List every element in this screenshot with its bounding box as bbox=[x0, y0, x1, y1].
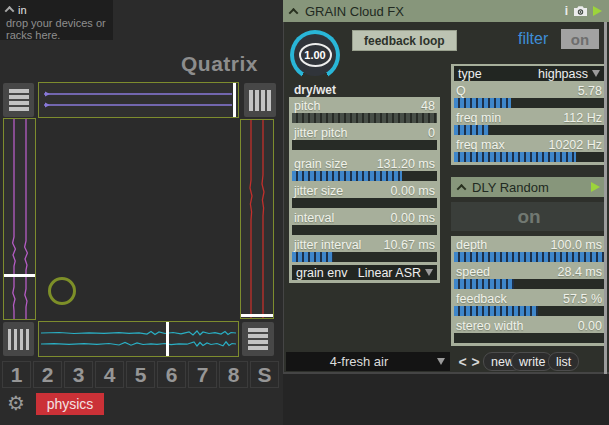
param-label: jitter size bbox=[294, 184, 343, 198]
menu-vertical-icon[interactable] bbox=[244, 83, 276, 117]
camera-icon[interactable] bbox=[573, 5, 588, 17]
param-label: jitter interval bbox=[294, 238, 361, 252]
scene-button-4[interactable]: 4 bbox=[95, 361, 124, 388]
stereo-width-slider[interactable] bbox=[454, 333, 604, 343]
bottom-waveform bbox=[39, 322, 238, 356]
left-waveform-strip[interactable] bbox=[3, 118, 36, 320]
scene-button-7[interactable]: 7 bbox=[188, 361, 217, 388]
hamburger-icon bbox=[248, 328, 268, 350]
param-label: Q bbox=[456, 84, 466, 98]
preset-prev-button[interactable]: < bbox=[456, 352, 469, 371]
input-label: in bbox=[18, 4, 27, 16]
q-slider[interactable] bbox=[454, 98, 604, 108]
param-value: 112 Hz bbox=[563, 111, 602, 125]
menu-vertical-icon[interactable] bbox=[3, 322, 34, 356]
scene-button-6[interactable]: 6 bbox=[157, 361, 186, 388]
dly-title: DLY Random bbox=[472, 180, 584, 195]
panel-title: GRAIN Cloud FX bbox=[305, 4, 557, 19]
panel-scrollbar[interactable] bbox=[604, 0, 607, 374]
filter-section-label: filter bbox=[518, 30, 548, 48]
physics-button[interactable]: physics bbox=[36, 393, 104, 415]
param-depth: depth 100.0 ms bbox=[453, 238, 605, 262]
param-speed: speed 28.4 ms bbox=[453, 265, 605, 289]
preset-next-button[interactable]: > bbox=[469, 352, 482, 371]
preset-dropdown[interactable]: 4-fresh air bbox=[286, 352, 450, 371]
grain-params-block: pitch 48 jitter pitch 0 grain size 131.2… bbox=[289, 97, 440, 283]
slider-fill bbox=[454, 252, 604, 262]
jitter-size-slider[interactable] bbox=[292, 198, 437, 208]
playhead bbox=[233, 83, 236, 117]
preset-name: 4-fresh air bbox=[286, 354, 432, 369]
scene-button-stop[interactable]: S bbox=[250, 361, 279, 388]
param-value: 131.20 ms bbox=[377, 157, 435, 171]
param-label: stereo width bbox=[456, 319, 523, 333]
feedback-slider[interactable] bbox=[454, 306, 604, 316]
slider-fill bbox=[454, 98, 511, 108]
param-value: 10202 Hz bbox=[548, 138, 602, 152]
filter-type-dropdown[interactable]: type highpass bbox=[454, 66, 604, 81]
chevron-up-icon[interactable] bbox=[457, 183, 467, 193]
dropdown-arrow-icon bbox=[425, 269, 433, 276]
xy-cursor[interactable] bbox=[48, 277, 76, 305]
info-icon[interactable]: i bbox=[565, 4, 568, 18]
slider-fill bbox=[454, 152, 576, 162]
knob-value: 1.00 bbox=[299, 43, 332, 67]
param-stereo-width: stereo width 0.00 bbox=[453, 319, 605, 343]
grain-env-label: grain env bbox=[296, 266, 347, 280]
bottom-waveform-strip[interactable] bbox=[38, 321, 239, 357]
playhead bbox=[166, 322, 169, 356]
interval-slider[interactable] bbox=[292, 225, 437, 235]
top-waveform-strip[interactable] bbox=[38, 82, 239, 118]
param-value: 0.00 ms bbox=[391, 211, 435, 225]
dly-on-toggle[interactable]: on bbox=[451, 202, 607, 231]
grain-env-dropdown[interactable]: grain env Linear ASR bbox=[292, 265, 437, 280]
scene-button-1[interactable]: 1 bbox=[2, 361, 31, 388]
param-jitter-pitch: jitter pitch 0 bbox=[291, 126, 438, 150]
feedback-loop-button[interactable]: feedback loop bbox=[352, 30, 457, 51]
jitter-interval-slider[interactable] bbox=[292, 252, 437, 262]
depth-slider[interactable] bbox=[454, 252, 604, 262]
scene-button-8[interactable]: 8 bbox=[219, 361, 248, 388]
slider-fill bbox=[454, 279, 514, 289]
play-icon[interactable] bbox=[591, 182, 600, 192]
scene-button-3[interactable]: 3 bbox=[64, 361, 93, 388]
param-value: 0.00 bbox=[578, 319, 602, 333]
play-icon[interactable] bbox=[593, 6, 602, 16]
scene-button-5[interactable]: 5 bbox=[126, 361, 155, 388]
top-waveform bbox=[39, 83, 238, 117]
knob-face: 1.00 bbox=[294, 34, 336, 76]
right-waveform-strip[interactable] bbox=[240, 119, 274, 319]
freq-min-slider[interactable] bbox=[454, 125, 604, 135]
panel-divider bbox=[283, 372, 609, 374]
pitch-slider[interactable] bbox=[292, 113, 437, 123]
drywet-label: dry/wet bbox=[288, 83, 342, 97]
param-label: freq min bbox=[456, 111, 501, 125]
param-value: 0.00 ms bbox=[391, 184, 435, 198]
param-grain-size: grain size 131.20 ms bbox=[291, 157, 438, 181]
scene-button-2[interactable]: 2 bbox=[33, 361, 62, 388]
param-freq-max: freq max 10202 Hz bbox=[453, 138, 605, 162]
param-label: grain size bbox=[294, 157, 348, 171]
panel-footer-area bbox=[283, 374, 609, 425]
param-label: freq max bbox=[456, 138, 505, 152]
jitter-pitch-slider[interactable] bbox=[292, 140, 437, 150]
hamburger-icon bbox=[9, 89, 29, 111]
slider-fill bbox=[454, 125, 489, 135]
speed-slider[interactable] bbox=[454, 279, 604, 289]
playhead bbox=[241, 314, 273, 317]
drywet-knob[interactable]: 1.00 bbox=[290, 30, 340, 80]
param-label: speed bbox=[456, 265, 490, 279]
chevron-up-icon[interactable] bbox=[5, 6, 15, 16]
preset-list-button[interactable]: list bbox=[548, 352, 579, 371]
filter-on-toggle[interactable]: on bbox=[561, 29, 599, 49]
param-value: 57.5 % bbox=[563, 292, 602, 306]
slider-fill bbox=[292, 171, 402, 181]
menu-horizontal-icon[interactable] bbox=[242, 322, 274, 356]
grain-size-slider[interactable] bbox=[292, 171, 437, 181]
chevron-up-icon[interactable] bbox=[289, 7, 299, 17]
freq-max-slider[interactable] bbox=[454, 152, 604, 162]
grain-env-value: Linear ASR bbox=[358, 266, 421, 280]
param-jitter-size: jitter size 0.00 ms bbox=[291, 184, 438, 208]
menu-horizontal-icon[interactable] bbox=[3, 83, 34, 117]
gear-icon[interactable]: ⚙ bbox=[7, 392, 25, 414]
